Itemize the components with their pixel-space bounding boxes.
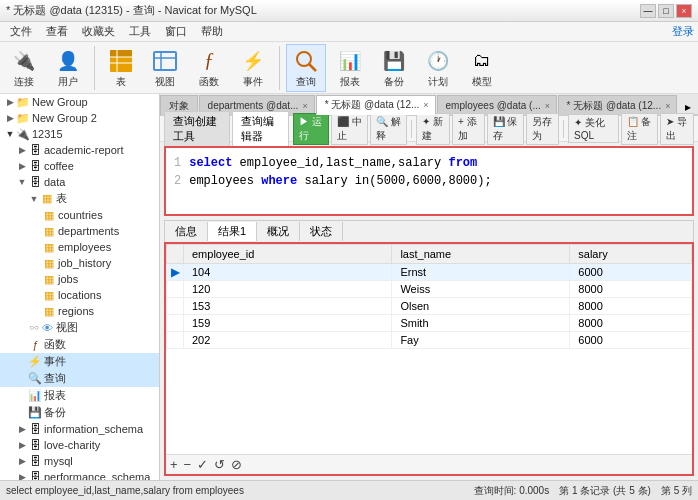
tree-db-data[interactable]: ▼ 🗄 data bbox=[0, 174, 159, 190]
tree-cat-reports[interactable]: 📊 报表 bbox=[0, 387, 159, 404]
save-btn[interactable]: 💾 保存 bbox=[487, 113, 524, 145]
tab-query-builder[interactable]: 查询创建工具 bbox=[164, 111, 230, 147]
tree-connection-12315[interactable]: ▼ 🔌 12315 bbox=[0, 126, 159, 142]
table-row[interactable]: 159 Smith 8000 bbox=[167, 315, 692, 332]
svg-rect-5 bbox=[154, 52, 176, 70]
explain-btn[interactable]: 🔍 解释 bbox=[370, 113, 407, 145]
result-tab-info[interactable]: 信息 bbox=[165, 222, 208, 241]
saveas-btn[interactable]: 另存为 bbox=[526, 113, 560, 145]
schedule-label: 计划 bbox=[428, 75, 448, 89]
stop-btn[interactable]: ⬛ 中止 bbox=[331, 113, 368, 145]
tab-untitled1-close[interactable]: × bbox=[423, 100, 428, 110]
tab-employees-label: employees @data (... bbox=[446, 100, 541, 111]
user-tool[interactable]: 👤 用户 bbox=[48, 44, 88, 92]
menu-file[interactable]: 文件 bbox=[4, 23, 38, 40]
tree-table-regions[interactable]: ▦ regions bbox=[0, 303, 159, 319]
tree-db-love[interactable]: ▶ 🗄 love-charity bbox=[0, 437, 159, 453]
tree-db-mysql[interactable]: ▶ 🗄 mysql bbox=[0, 453, 159, 469]
toolbar-sep-1 bbox=[94, 46, 95, 90]
minimize-btn[interactable]: — bbox=[640, 4, 656, 18]
table-row[interactable]: ▶ 104 Ernst 6000 bbox=[167, 264, 692, 281]
tree-table-departments[interactable]: ▦ departments bbox=[0, 223, 159, 239]
tree-table-countries[interactable]: ▦ countries bbox=[0, 207, 159, 223]
comment-btn[interactable]: 📋 备注 bbox=[621, 113, 658, 145]
close-btn[interactable]: × bbox=[676, 4, 692, 18]
remove-row-btn[interactable]: − bbox=[184, 457, 192, 472]
table-tool[interactable]: 表 bbox=[101, 44, 141, 92]
tree-cat-views[interactable]: ○○ 👁 视图 bbox=[0, 319, 159, 336]
view-tool[interactable]: 视图 bbox=[145, 44, 185, 92]
menu-view[interactable]: 查看 bbox=[40, 23, 74, 40]
refresh-btn[interactable]: ↺ bbox=[214, 457, 225, 472]
tree-db-icon-mysql: 🗄 bbox=[28, 454, 42, 468]
svg-rect-1 bbox=[110, 50, 132, 57]
func-icon: ƒ bbox=[195, 47, 223, 75]
menu-window[interactable]: 窗口 bbox=[159, 23, 193, 40]
col-arrow bbox=[167, 245, 184, 264]
tree-cat-functions[interactable]: ƒ 函数 bbox=[0, 336, 159, 353]
schedule-tool[interactable]: 🕐 计划 bbox=[418, 44, 458, 92]
tab-untitled1[interactable]: * 无标题 @data (12... × bbox=[316, 95, 436, 115]
tree-db-coffee[interactable]: ▶ 🗄 coffee bbox=[0, 158, 159, 174]
login-btn[interactable]: 登录 bbox=[672, 24, 694, 39]
result-scroll[interactable]: employee_id last_name salary ▶ 104 Ernst… bbox=[166, 244, 692, 454]
sql-code-1: select employee_id,last_name,salary from bbox=[189, 154, 477, 172]
table-label: 表 bbox=[116, 75, 126, 89]
row-arrow-5 bbox=[167, 332, 184, 349]
export-btn[interactable]: ➤ 导出 bbox=[660, 113, 694, 145]
add-row-btn[interactable]: + bbox=[170, 457, 178, 472]
tree-label-12315: 12315 bbox=[32, 128, 63, 140]
table-row[interactable]: 202 Fay 6000 bbox=[167, 332, 692, 349]
tab-employees-close[interactable]: × bbox=[545, 101, 550, 111]
result-tab-overview[interactable]: 概况 bbox=[257, 222, 300, 241]
tree-new-group-2[interactable]: ▶ 📁 New Group 2 bbox=[0, 110, 159, 126]
check-btn[interactable]: ✓ bbox=[197, 457, 208, 472]
tree-table-employees[interactable]: ▦ employees bbox=[0, 239, 159, 255]
event-icon: ⚡ bbox=[239, 47, 267, 75]
tree-cat-events[interactable]: ⚡ 事件 bbox=[0, 353, 159, 370]
col-last-name: last_name bbox=[392, 245, 570, 264]
tree-table-locations[interactable]: ▦ locations bbox=[0, 287, 159, 303]
query-tool[interactable]: 查询 bbox=[286, 44, 326, 92]
new-query-btn[interactable]: ✦ 新建 bbox=[416, 113, 450, 145]
tree-db-info-schema[interactable]: ▶ 🗄 information_schema bbox=[0, 421, 159, 437]
window-controls[interactable]: — □ × bbox=[640, 4, 692, 18]
menu-help[interactable]: 帮助 bbox=[195, 23, 229, 40]
tree-db-academic[interactable]: ▶ 🗄 academic-report bbox=[0, 142, 159, 158]
connect-tool[interactable]: 🔌 连接 bbox=[4, 44, 44, 92]
backup-tool[interactable]: 💾 备份 bbox=[374, 44, 414, 92]
tab-untitled2-close[interactable]: × bbox=[665, 101, 670, 111]
tree-new-group-1[interactable]: ▶ 📁 New Group bbox=[0, 94, 159, 110]
tree-cat-backup[interactable]: 💾 备份 bbox=[0, 404, 159, 421]
tree-cat-tables[interactable]: ▼ ▦ 表 bbox=[0, 190, 159, 207]
func-tool[interactable]: ƒ 函数 bbox=[189, 44, 229, 92]
tree-arrow-love: ▶ bbox=[16, 439, 28, 451]
menu-favorites[interactable]: 收藏夹 bbox=[76, 23, 121, 40]
result-tab-status[interactable]: 状态 bbox=[300, 222, 343, 241]
sql-line-2: 2 employees where salary in(5000,6000,80… bbox=[174, 172, 684, 190]
sql-editor[interactable]: 1 select employee_id,last_name,salary fr… bbox=[164, 146, 694, 216]
table-row[interactable]: 153 Olsen 8000 bbox=[167, 298, 692, 315]
result-tab-result1[interactable]: 结果1 bbox=[208, 222, 257, 241]
maximize-btn[interactable]: □ bbox=[658, 4, 674, 18]
tree-table-icon-regions: ▦ bbox=[42, 304, 56, 318]
add-btn[interactable]: + 添加 bbox=[452, 113, 485, 145]
event-tool[interactable]: ⚡ 事件 bbox=[233, 44, 273, 92]
tree-table-job-history[interactable]: ▦ job_history bbox=[0, 255, 159, 271]
tree-db-perf[interactable]: ▶ 🗄 performance_schema bbox=[0, 469, 159, 480]
tree-cat-queries[interactable]: 🔍 查询 bbox=[0, 370, 159, 387]
cell-salary-4: 8000 bbox=[570, 315, 692, 332]
report-tool[interactable]: 📊 报表 bbox=[330, 44, 370, 92]
beautify-btn[interactable]: ✦ 美化 SQL bbox=[568, 114, 619, 143]
tree-label-regions: regions bbox=[58, 305, 94, 317]
cancel-row-btn[interactable]: ⊘ bbox=[231, 457, 242, 472]
tree-db-icon-coffee: 🗄 bbox=[28, 159, 42, 173]
tab-departments-close[interactable]: × bbox=[302, 101, 307, 111]
run-btn[interactable]: ▶ 运行 bbox=[293, 113, 329, 145]
model-tool[interactable]: 🗂 模型 bbox=[462, 44, 502, 92]
table-row[interactable]: 120 Weiss 8000 bbox=[167, 281, 692, 298]
tab-query-editor[interactable]: 查询编辑器 bbox=[232, 111, 290, 147]
tree-table-jobs[interactable]: ▦ jobs bbox=[0, 271, 159, 287]
col-salary: salary bbox=[570, 245, 692, 264]
menu-tools[interactable]: 工具 bbox=[123, 23, 157, 40]
